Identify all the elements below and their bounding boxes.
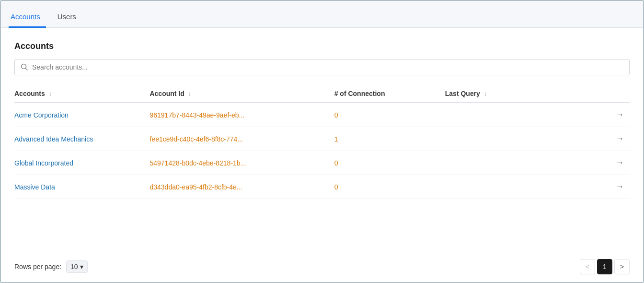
col-header-account-id[interactable]: Account Id ↕ [150,85,334,103]
table-header-row: Accounts ↕ Account Id ↕ # of Connection … [14,85,630,103]
tabs-bar: Accounts Users [1,1,643,28]
table-row[interactable]: Acme Corporation961917b7-8443-49ae-9aef-… [14,103,630,127]
col-header-connections: # of Connection [334,85,445,103]
sort-icon-last-query: ↕ [484,91,487,97]
chevron-down-icon: ▾ [80,263,83,271]
cell-last-query [445,103,599,127]
main-content: Accounts Accounts ↕ [1,28,643,282]
cell-row-arrow[interactable]: → [599,127,630,151]
cell-account-id: 961917b7-8443-49ae-9aef-eb... [150,103,334,127]
sort-icon-account-id: ↕ [188,91,191,97]
cell-account-name: Global Incorporated [14,151,150,175]
cell-connections: 1 [334,127,445,151]
cell-connections: 0 [334,103,445,127]
accounts-table: Accounts ↕ Account Id ↕ # of Connection … [14,85,630,252]
cell-last-query [445,151,599,175]
search-icon [21,63,28,71]
table-row[interactable]: Advanced Idea Mechanicsfee1ce9d-c40c-4ef… [14,127,630,151]
rows-per-page-label: Rows per page: [14,263,61,271]
col-header-action [599,85,630,103]
sort-icon-accounts: ↕ [49,91,52,97]
table-footer: Rows per page: 10 ▾ < 1 > [14,252,630,274]
rows-per-page-value: 10 [70,263,78,271]
search-bar [14,59,630,75]
pagination-next[interactable]: > [614,259,630,274]
pagination-page-1[interactable]: 1 [597,259,612,274]
cell-account-id: d343dda0-ea95-4fb2-8cfb-4e... [150,175,334,199]
section-title: Accounts [14,41,630,51]
pagination: < 1 > [580,259,630,274]
search-input[interactable] [32,63,623,71]
cell-connections: 0 [334,175,445,199]
table-row[interactable]: Global Incorporated54971428-b0dc-4ebe-82… [14,151,630,175]
svg-line-1 [26,69,28,71]
col-header-accounts[interactable]: Accounts ↕ [14,85,150,103]
cell-account-name: Advanced Idea Mechanics [14,127,150,151]
cell-account-id: fee1ce9d-c40c-4ef6-8f8c-774... [150,127,334,151]
cell-row-arrow[interactable]: → [599,103,630,127]
col-header-last-query[interactable]: Last Query ↕ [445,85,599,103]
table-row[interactable]: Massive Datad343dda0-ea95-4fb2-8cfb-4e..… [14,175,630,199]
cell-account-name: Acme Corporation [14,103,150,127]
pagination-prev[interactable]: < [580,259,595,274]
cell-account-name: Massive Data [14,175,150,199]
tab-users[interactable]: Users [56,12,82,28]
cell-row-arrow[interactable]: → [599,175,630,199]
cell-connections: 0 [334,151,445,175]
cell-last-query [445,175,599,199]
rows-per-page-select[interactable]: 10 ▾ [66,260,88,273]
cell-account-id: 54971428-b0dc-4ebe-8218-1b... [150,151,334,175]
cell-last-query [445,127,599,151]
tab-accounts[interactable]: Accounts [9,12,46,28]
rows-per-page-section: Rows per page: 10 ▾ [14,260,88,273]
cell-row-arrow[interactable]: → [599,151,630,175]
